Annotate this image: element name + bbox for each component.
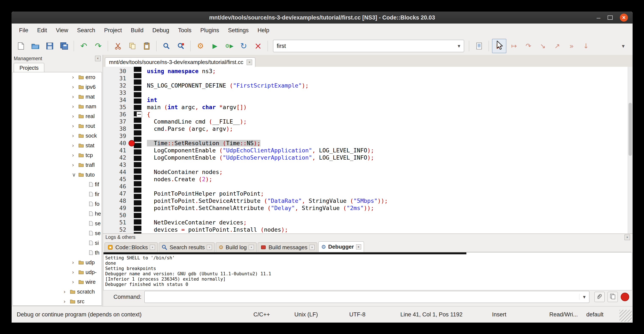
chevron-right-icon[interactable]: › <box>72 133 78 139</box>
menu-item-debug[interactable]: Debug <box>148 27 174 34</box>
cut-button[interactable] <box>111 39 125 53</box>
chevron-right-icon[interactable]: › <box>72 162 78 168</box>
tree-item-nam[interactable]: ›nam <box>13 102 102 111</box>
code-line[interactable]: 46 <box>103 183 628 190</box>
code-line[interactable]: 43 <box>103 161 628 168</box>
close-tab-icon[interactable]: × <box>356 244 361 249</box>
chevron-right-icon[interactable]: › <box>72 94 78 100</box>
search-target-input[interactable] <box>273 43 454 49</box>
code-line[interactable]: 33 <box>103 89 628 96</box>
search-target-combobox[interactable]: ▾ <box>273 40 464 52</box>
tree-item-se[interactable]: se <box>13 228 102 238</box>
chevron-right-icon[interactable]: › <box>72 279 78 285</box>
tree-item-tuto[interactable]: ∨tuto <box>13 170 102 179</box>
find-button[interactable] <box>160 39 173 53</box>
resize-grip[interactable] <box>620 310 632 322</box>
debugger-command-input[interactable] <box>144 294 579 300</box>
build-and-run-button[interactable]: ⚙▶ <box>222 39 236 53</box>
copy-button[interactable] <box>126 39 139 53</box>
logs-close-button[interactable]: × <box>624 235 630 240</box>
tree-item-he[interactable]: he <box>13 209 102 218</box>
minimize-button[interactable]: – <box>596 16 600 20</box>
code-line[interactable]: 45 nodes.Create (2); <box>103 176 628 183</box>
code-line[interactable]: 35main (int argc, char *argv[]) <box>103 104 628 111</box>
chevron-right-icon[interactable]: › <box>64 289 70 295</box>
tree-item-wire[interactable]: ›wire <box>13 277 102 287</box>
step-out-button[interactable]: ↗ <box>550 39 564 53</box>
combo-dropdown-icon[interactable]: ▾ <box>454 43 464 49</box>
menu-item-file[interactable]: File <box>14 27 33 34</box>
editor-vertical-scrollbar[interactable] <box>628 67 632 234</box>
menu-item-tools[interactable]: Tools <box>174 27 196 34</box>
rebuild-button[interactable]: ↻ <box>237 39 250 53</box>
tree-item-fir[interactable]: fir <box>13 189 102 199</box>
tree-item-erro[interactable]: ›erro <box>13 72 102 82</box>
chevron-right-icon[interactable]: › <box>72 103 78 110</box>
chevron-right-icon[interactable]: › <box>72 152 78 158</box>
logs-tab-code-blocks[interactable]: Code::Blocks× <box>104 242 158 252</box>
chevron-right-icon[interactable]: › <box>72 74 78 80</box>
tree-item-rout[interactable]: ›rout <box>13 121 102 131</box>
code-line[interactable]: 52 devices = pointToPoint.Install (nodes… <box>103 226 628 233</box>
fold-marker[interactable] <box>136 112 142 117</box>
tree-item-se[interactable]: se <box>13 218 102 228</box>
close-tab-icon[interactable]: × <box>207 245 212 250</box>
code-editor[interactable]: 30using namespace ns3;3132NS_LOG_COMPONE… <box>103 67 632 234</box>
next-instruction-button[interactable]: » <box>565 39 578 53</box>
management-close-button[interactable]: × <box>95 56 100 61</box>
tree-item-mat[interactable]: ›mat <box>13 92 102 102</box>
close-tab-icon[interactable]: × <box>150 245 155 250</box>
tree-item-ipv6[interactable]: ›ipv6 <box>13 82 102 92</box>
attach-log-button[interactable] <box>594 292 604 302</box>
code-line[interactable]: 39 <box>103 132 628 140</box>
find-in-files-button[interactable] <box>174 39 188 53</box>
new-file-button[interactable] <box>14 39 28 53</box>
close-tab-icon[interactable]: × <box>310 245 314 250</box>
tree-item-stat[interactable]: ›stat <box>13 141 102 150</box>
combo-dropdown-icon[interactable]: ▾ <box>579 294 589 300</box>
step-into-button[interactable]: ↘ <box>536 39 550 53</box>
chevron-right-icon[interactable]: › <box>72 259 78 265</box>
tree-item-tcp[interactable]: ›tcp <box>13 150 102 160</box>
tree-item-fo[interactable]: fo <box>13 199 102 209</box>
logs-tab-search-results[interactable]: Search results× <box>159 242 215 252</box>
run-to-cursor-button[interactable]: ↦ <box>507 39 521 53</box>
logs-tab-build-messages[interactable]: Build messages× <box>258 242 317 252</box>
code-line[interactable]: 48 pointToPoint.SetDeviceAttribute ("Dat… <box>103 197 628 204</box>
tree-item-scratch[interactable]: ›scratch <box>13 287 102 296</box>
code-line[interactable]: 40 Time::SetResolution (Time::NS); <box>103 140 628 147</box>
editor-tab-first-cc[interactable]: mnt/dev/tools/source/ns-3-dev/examples/t… <box>105 58 255 67</box>
chevron-right-icon[interactable]: › <box>64 298 70 304</box>
code-line[interactable]: 47 PointToPointHelper pointToPoint; <box>103 190 628 197</box>
chevron-right-icon[interactable]: › <box>72 123 78 129</box>
tree-item-th[interactable]: th <box>13 248 102 257</box>
logs-tab-debugger[interactable]: ⚙Debugger× <box>318 241 364 252</box>
menu-item-build[interactable]: Build <box>126 27 148 34</box>
code-line[interactable]: 32NS_LOG_COMPONENT_DEFINE ("FirstScriptE… <box>103 82 628 89</box>
chevron-right-icon[interactable]: › <box>72 142 78 149</box>
editor-tab-close-button[interactable]: × <box>247 60 252 65</box>
code-line[interactable]: 41 LogComponentEnable ("UdpEchoClientApp… <box>103 147 628 154</box>
chevron-right-icon[interactable]: › <box>72 269 78 275</box>
close-tab-icon[interactable]: × <box>249 245 254 250</box>
code-line[interactable]: 44 NodeContainer nodes; <box>103 168 628 176</box>
menu-item-plugins[interactable]: Plugins <box>196 27 224 34</box>
tree-item-udp-[interactable]: ›udp- <box>13 267 102 277</box>
logs-tab-build-log[interactable]: ⚙Build log× <box>216 242 256 252</box>
debugger-command-combobox[interactable]: ▾ <box>144 291 590 303</box>
close-button[interactable]: × <box>620 14 628 22</box>
code-line[interactable]: 31 <box>103 75 628 82</box>
next-line-button[interactable]: ↷ <box>522 39 535 53</box>
code-line[interactable]: 50 <box>103 212 628 219</box>
copy-log-button[interactable] <box>608 292 618 302</box>
tab-projects[interactable]: Projects <box>14 63 44 73</box>
fold-margin-cell[interactable] <box>136 112 143 117</box>
debugger-output[interactable]: Setting SHELL to '/bin/sh'doneSetting br… <box>103 252 632 290</box>
tree-item-trafl[interactable]: ›trafl <box>13 160 102 170</box>
code-line[interactable]: 34int <box>103 96 628 104</box>
code-line[interactable]: 51 NetDeviceContainer devices; <box>103 219 628 226</box>
tree-item-real[interactable]: ›real <box>13 111 102 121</box>
stop-debugger-button[interactable] <box>621 293 629 301</box>
title-bar[interactable]: mnt/dev/tools/source/ns-3-dev/examples/t… <box>12 12 632 24</box>
chevron-right-icon[interactable]: › <box>72 84 78 90</box>
